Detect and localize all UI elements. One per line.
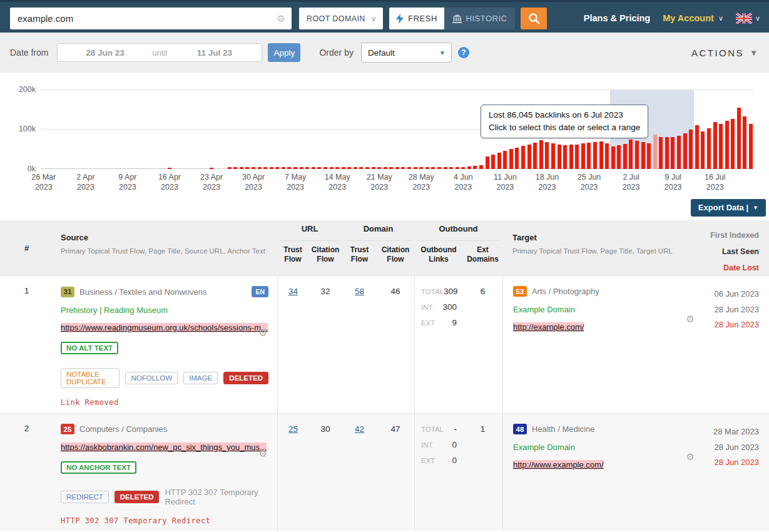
chart-bar[interactable] xyxy=(658,90,665,169)
chart-bar[interactable] xyxy=(359,90,365,169)
chart-bar[interactable] xyxy=(748,90,754,169)
chart-bar[interactable] xyxy=(310,90,317,169)
chart-bar[interactable] xyxy=(113,90,119,169)
source-url-link[interactable]: https://www.readingmuseum.org.uk/schools… xyxy=(61,323,268,332)
historic-index-button[interactable]: HISTORIC xyxy=(444,8,515,29)
apply-button[interactable]: Apply xyxy=(268,43,300,62)
chart-bar[interactable] xyxy=(442,90,449,169)
chart-bar[interactable] xyxy=(203,90,209,169)
root-domain-select[interactable]: ROOT DOMAIN ∨ xyxy=(299,8,383,29)
chart-bar[interactable] xyxy=(89,90,95,169)
chart-bar[interactable] xyxy=(233,90,239,169)
chart-bar[interactable] xyxy=(460,90,466,169)
chart-bar[interactable] xyxy=(664,90,670,169)
chart-bar[interactable] xyxy=(328,90,335,169)
chart-bar[interactable] xyxy=(238,90,245,169)
chart-bar[interactable] xyxy=(41,90,47,169)
date-until-input[interactable]: 11 Jul 23 xyxy=(167,48,262,58)
header-url-citation-flow[interactable]: Citation Flow xyxy=(308,245,342,264)
chart-bar[interactable] xyxy=(292,90,298,169)
chart-bar[interactable] xyxy=(250,90,257,169)
chart-bar[interactable] xyxy=(275,90,281,169)
chart-bar[interactable] xyxy=(376,90,382,169)
chart-bar[interactable] xyxy=(185,90,191,169)
chart-bar[interactable] xyxy=(101,90,107,169)
chart-bar[interactable] xyxy=(724,90,730,169)
chart-bar[interactable] xyxy=(700,90,706,169)
search-button[interactable] xyxy=(521,8,547,29)
chart-bar[interactable] xyxy=(322,90,328,169)
chart-bar[interactable] xyxy=(382,90,389,169)
plans-pricing-link[interactable]: Plans & Pricing xyxy=(584,13,650,23)
chart-bar[interactable] xyxy=(730,90,736,169)
chart-bar[interactable] xyxy=(220,90,227,169)
chart-bar[interactable] xyxy=(106,90,113,169)
chart-bar[interactable] xyxy=(370,90,377,169)
chart-bar[interactable] xyxy=(340,90,347,169)
chart-bar[interactable] xyxy=(64,90,71,169)
header-date-lost[interactable]: Date Lost xyxy=(701,260,759,276)
chart-bar[interactable] xyxy=(412,90,419,169)
target-url-link[interactable]: http://www.example.com/ xyxy=(513,460,604,469)
url-trust-flow-link[interactable]: 25 xyxy=(288,424,298,434)
domain-trust-flow-link[interactable]: 58 xyxy=(355,287,364,296)
header-ext-domains[interactable]: Ext Domains xyxy=(463,245,502,264)
my-account-menu[interactable]: My Account ∨ xyxy=(663,13,723,23)
chart-bar[interactable] xyxy=(712,90,718,169)
chart-bar[interactable] xyxy=(215,90,221,169)
chart-bar[interactable] xyxy=(394,90,400,169)
fresh-index-button[interactable]: FRESH xyxy=(389,8,444,29)
chart-bar[interactable] xyxy=(178,90,185,169)
chart-bar[interactable] xyxy=(59,90,65,169)
chart-bar[interactable] xyxy=(287,90,293,169)
chart-bar[interactable] xyxy=(706,90,712,169)
help-icon[interactable]: ? xyxy=(458,47,469,58)
chart-bar[interactable] xyxy=(317,90,323,169)
chart-bar[interactable] xyxy=(245,90,251,169)
url-trust-flow-link[interactable]: 34 xyxy=(288,287,298,296)
chart-bar[interactable] xyxy=(736,90,742,169)
chart-bar[interactable] xyxy=(688,90,694,169)
search-settings-gear-icon[interactable]: ⚙ xyxy=(277,13,292,24)
chart-bar[interactable] xyxy=(268,90,275,169)
target-page-title-link[interactable]: Example Domain xyxy=(513,305,575,314)
row-gear-icon[interactable]: ⚙ xyxy=(259,327,267,339)
domain-trust-flow-link[interactable]: 42 xyxy=(355,424,364,434)
chart-bar[interactable] xyxy=(262,90,268,169)
chart-bar[interactable] xyxy=(53,90,59,169)
chart-bar[interactable] xyxy=(131,90,137,169)
date-from-input[interactable]: 28 Jun 23 xyxy=(58,48,152,58)
chart-bar[interactable] xyxy=(143,90,149,169)
chart-bar[interactable] xyxy=(94,90,101,169)
chart-bar[interactable] xyxy=(406,90,412,169)
chart-bar[interactable] xyxy=(155,90,161,169)
chart-bar[interactable] xyxy=(166,90,173,169)
chart-bar[interactable] xyxy=(71,90,77,169)
chart-bar[interactable] xyxy=(472,90,479,169)
chart-bar[interactable] xyxy=(430,90,437,169)
chart-bar[interactable] xyxy=(742,90,748,169)
chart-bar[interactable] xyxy=(83,90,89,169)
source-page-title-link[interactable]: Prehistory | Reading Museum xyxy=(61,305,168,315)
chart-bar[interactable] xyxy=(173,90,179,169)
chart-bar[interactable] xyxy=(424,90,430,169)
chart-bar[interactable] xyxy=(676,90,682,169)
chart-bar[interactable] xyxy=(47,90,53,169)
chart-bar[interactable] xyxy=(76,90,83,169)
header-url-trust-flow[interactable]: Trust Flow xyxy=(277,245,308,264)
chart-bar[interactable] xyxy=(670,90,676,169)
chart-bar[interactable] xyxy=(208,90,215,169)
chart-bar[interactable] xyxy=(125,90,131,169)
chart-bar[interactable] xyxy=(304,90,310,169)
header-outbound-links[interactable]: Outbound Links xyxy=(414,245,463,264)
chart-bar[interactable] xyxy=(454,90,461,169)
chart-bar[interactable] xyxy=(280,90,287,169)
chart-bar[interactable] xyxy=(196,90,203,169)
chart-bar[interactable] xyxy=(352,90,359,169)
row-gear-icon[interactable]: ⚙ xyxy=(259,448,267,459)
chart-bar[interactable] xyxy=(448,90,454,169)
target-gear-icon[interactable]: ⚙ xyxy=(686,451,695,463)
domain-search-input[interactable] xyxy=(10,13,277,24)
chart-bar[interactable] xyxy=(436,90,442,169)
target-gear-icon[interactable]: ⚙ xyxy=(686,314,695,325)
